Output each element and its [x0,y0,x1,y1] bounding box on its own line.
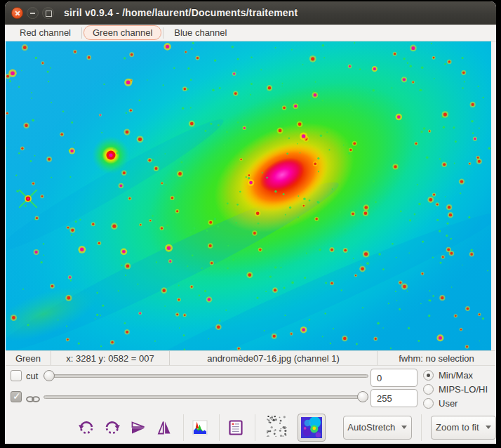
mirror-horizontal-button[interactable] [155,419,173,437]
mirror-horizontal-icon [156,419,173,436]
tab-separator [81,27,82,39]
tab-green-channel[interactable]: Green channel [84,25,161,40]
status-filename: andromède07-16.jpg (channel 1) [170,351,378,365]
cut-label: cut [26,371,38,381]
high-level-input[interactable] [370,389,417,407]
rotate-ccw-icon [78,419,95,436]
minimize-button[interactable] [27,7,39,19]
low-level-input[interactable] [370,369,417,387]
bottom-toolbar: AutoStretch Zoom to fit [5,411,496,444]
window-titlebar: siril v0.9.4 - /home/laurent/Documents/t… [5,1,496,25]
toolbar-separator [255,414,255,441]
companion-galaxy [92,136,130,174]
toolbar-separator [219,414,220,441]
slider-trough[interactable] [44,395,368,399]
close-button[interactable] [11,7,23,19]
chevron-down-icon [486,426,491,429]
radio-mips-lo-hi[interactable]: MIPS-LO/HI [423,382,488,396]
radio-button[interactable] [423,398,434,409]
siril-window: siril v0.9.4 - /home/laurent/Documents/t… [5,1,496,444]
radio-button[interactable] [423,384,434,395]
log-document-button[interactable] [227,419,245,437]
cut-checkbox[interactable] [11,370,22,381]
color-preview-thumbnail [301,417,322,438]
link-channels-checkbox[interactable] [11,391,22,402]
low-level-slider[interactable] [44,370,368,381]
rotate-ccw-button[interactable] [77,419,95,437]
grayscale-preview-thumbnail[interactable] [267,416,288,440]
channel-tabbar: Red channel Green channel Blue channel [5,25,496,41]
autostretch-dropdown[interactable]: AutoStretch [343,416,412,440]
toolbar-separator [183,414,184,441]
tab-separator [163,27,163,39]
mirror-vertical-button[interactable] [129,419,147,437]
window-title: siril v0.9.4 - /home/laurent/Documents/t… [64,7,298,18]
toolbar-separator [421,414,422,441]
rotate-cw-icon [104,419,121,436]
high-level-slider[interactable] [44,391,368,402]
log-document-icon [227,419,244,436]
maximize-button[interactable] [42,7,54,19]
image-viewport[interactable] [5,41,496,350]
chain-link-icon [25,394,41,407]
low-slider-handle[interactable] [44,370,55,381]
histogram-icon [192,419,208,436]
mirror-vertical-icon [130,419,147,436]
tab-red-channel[interactable]: Red channel [11,25,80,40]
zoom-to-fit-dropdown[interactable]: Zoom to fit [431,416,496,440]
radio-user[interactable]: User [423,396,488,410]
scaling-mode-radios: Min/Max MIPS-LO/HI User [423,368,488,410]
radio-minmax[interactable]: Min/Max [423,368,488,382]
status-channel: Green [6,351,51,365]
rotate-cw-button[interactable] [103,419,121,437]
status-cursor-readout: x: 3281 y: 0582 = 007 [51,351,170,365]
galaxy-false-color-image [6,41,491,350]
high-slider-handle[interactable] [357,391,368,402]
histogram-button[interactable] [191,419,209,437]
screenshot-root: siril v0.9.4 - /home/laurent/Documents/t… [0,0,501,448]
levels-panel: cut Min/Max [5,366,496,411]
radio-button[interactable] [423,370,434,381]
chevron-down-icon [401,426,407,429]
tab-blue-channel[interactable]: Blue channel [165,25,236,40]
slider-trough[interactable] [44,374,368,378]
statusbar: Green x: 3281 y: 0582 = 007 andromède07-… [6,350,495,366]
color-preview-thumbnail-button[interactable] [298,414,326,442]
status-fwhm: fwhm: no selection [378,351,495,365]
